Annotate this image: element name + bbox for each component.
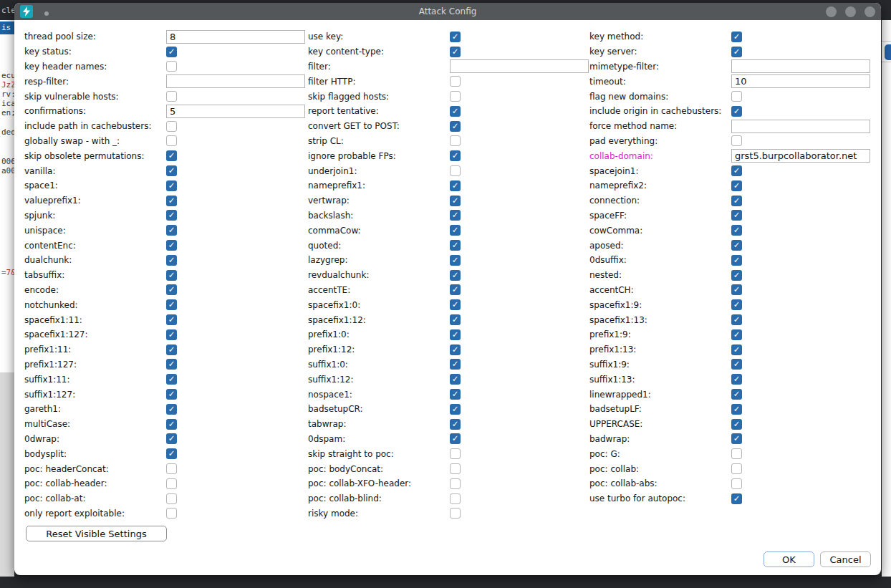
checkbox-0dwrap[interactable] (166, 433, 177, 444)
checkbox-uppercase[interactable] (731, 419, 742, 430)
checkbox-key-server[interactable] (731, 47, 742, 57)
checkbox-poc-collab-at[interactable] (166, 493, 177, 504)
checkbox-contentenc[interactable] (166, 240, 177, 251)
checkbox-vertwrap[interactable] (450, 196, 461, 206)
checkbox-ignore-probable-fps[interactable] (450, 150, 461, 161)
cancel-button[interactable]: Cancel (820, 551, 871, 567)
checkbox-prefix1-11[interactable] (166, 344, 177, 355)
checkbox-prefix1-9[interactable] (731, 329, 742, 340)
checkbox-spacefix1-13[interactable] (731, 314, 742, 325)
checkbox-key-status[interactable] (166, 47, 177, 57)
checkbox-filter-http[interactable] (450, 76, 461, 87)
checkbox-nested[interactable] (731, 270, 742, 281)
checkbox-lazygrep[interactable] (450, 255, 461, 266)
checkbox-spacefix1-127[interactable] (166, 329, 177, 340)
checkbox-spacefix1-11[interactable] (166, 314, 177, 325)
text-input-timeout[interactable] (731, 74, 870, 88)
checkbox-suffix1-12[interactable] (450, 374, 461, 385)
checkbox-key-method[interactable] (731, 32, 742, 42)
checkbox-globally-swap-with[interactable] (166, 135, 177, 146)
checkbox-dualchunk[interactable] (166, 255, 177, 266)
checkbox-only-report-exploitable[interactable] (166, 508, 177, 519)
checkbox-badwrap[interactable] (731, 433, 742, 444)
checkbox-spacefix1-9[interactable] (731, 299, 742, 310)
text-input-filter[interactable] (450, 59, 589, 73)
checkbox-linewrapped1[interactable] (731, 389, 742, 400)
maximize-button[interactable] (845, 6, 856, 17)
text-input-mimetype-filter[interactable] (731, 59, 870, 73)
checkbox-skip-straight-to-poc[interactable] (450, 448, 461, 459)
checkbox-pad-everything[interactable] (731, 135, 742, 146)
checkbox-poc-collab[interactable] (731, 463, 742, 474)
checkbox-revdualchunk[interactable] (450, 270, 461, 281)
checkbox-accentte[interactable] (450, 284, 461, 295)
checkbox-key-content-type[interactable] (450, 47, 461, 57)
checkbox-spacejoin1[interactable] (731, 165, 742, 176)
checkbox-include-origin-in-cachebusters[interactable] (731, 106, 742, 117)
checkbox-use-turbo-for-autopoc[interactable] (731, 493, 742, 504)
checkbox-suffix1-9[interactable] (731, 359, 742, 370)
checkbox-0dspam[interactable] (450, 433, 461, 444)
close-button[interactable] (864, 6, 875, 17)
text-input-confirmations[interactable] (166, 105, 305, 118)
checkbox-strip-cl[interactable] (450, 135, 461, 146)
checkbox-cowcomma[interactable] (731, 225, 742, 236)
checkbox-tabsuffix[interactable] (166, 270, 177, 281)
checkbox-tabwrap[interactable] (450, 419, 461, 430)
checkbox-quoted[interactable] (450, 240, 461, 251)
checkbox-accentch[interactable] (731, 284, 742, 295)
checkbox-space1[interactable] (166, 180, 177, 191)
checkbox-connection[interactable] (731, 196, 742, 206)
checkbox-nameprefix2[interactable] (731, 180, 742, 191)
checkbox-gareth1[interactable] (166, 404, 177, 415)
checkbox-skip-flagged-hosts[interactable] (450, 91, 461, 102)
checkbox-flag-new-domains[interactable] (731, 91, 742, 102)
checkbox-convert-get-to-post[interactable] (450, 121, 461, 132)
dialog-titlebar[interactable]: Attack Config (14, 3, 881, 20)
checkbox-backslash[interactable] (450, 210, 461, 221)
checkbox-skip-obsolete-permutations[interactable] (166, 150, 177, 161)
text-input-collab-domain[interactable] (731, 149, 870, 163)
reset-visible-settings-button[interactable]: Reset Visible Settings (26, 526, 167, 541)
checkbox-nameprefix1[interactable] (450, 180, 461, 191)
checkbox-risky-mode[interactable] (450, 508, 461, 519)
checkbox-use-key[interactable] (450, 32, 461, 42)
checkbox-key-header-names[interactable] (166, 61, 177, 72)
checkbox-badsetupcr[interactable] (450, 404, 461, 415)
checkbox-aposed[interactable] (731, 240, 742, 251)
checkbox-poc-headerconcat[interactable] (166, 463, 177, 474)
checkbox-nospace1[interactable] (450, 389, 461, 400)
checkbox-spacefix1-12[interactable] (450, 314, 461, 325)
checkbox-spacefix1-0[interactable] (450, 299, 461, 310)
checkbox-suffix1-11[interactable] (166, 374, 177, 385)
text-input-resp-filter[interactable] (166, 74, 305, 88)
checkbox-spaceff[interactable] (731, 210, 742, 221)
checkbox-include-path-in-cachebusters[interactable] (166, 121, 177, 132)
checkbox-encode[interactable] (166, 284, 177, 295)
checkbox-valueprefix1[interactable] (166, 196, 177, 206)
checkbox-notchunked[interactable] (166, 299, 177, 310)
text-input-force-method-name[interactable] (731, 120, 870, 133)
checkbox-spjunk[interactable] (166, 210, 177, 221)
checkbox-poc-collab-abs[interactable] (731, 478, 742, 489)
checkbox-bodysplit[interactable] (166, 448, 177, 459)
text-input-thread-pool-size[interactable] (166, 30, 305, 44)
checkbox-suffix1-13[interactable] (731, 374, 742, 385)
checkbox-suffix1-0[interactable] (450, 359, 461, 370)
checkbox-poc-g[interactable] (731, 448, 742, 459)
checkbox-poc-bodyconcat[interactable] (450, 463, 461, 474)
checkbox-poc-collab-blind[interactable] (450, 493, 461, 504)
checkbox-skip-vulnerable-hosts[interactable] (166, 91, 177, 102)
checkbox-underjoin1[interactable] (450, 165, 461, 176)
checkbox-prefix1-0[interactable] (450, 329, 461, 340)
checkbox-vanilla[interactable] (166, 165, 177, 176)
checkbox-poc-collab-header[interactable] (166, 478, 177, 489)
minimize-button[interactable] (826, 6, 837, 17)
checkbox-prefix1-12[interactable] (450, 344, 461, 355)
checkbox-unispace[interactable] (166, 225, 177, 236)
checkbox-multicase[interactable] (166, 419, 177, 430)
checkbox-prefix1-13[interactable] (731, 344, 742, 355)
checkbox-suffix1-127[interactable] (166, 389, 177, 400)
checkbox-0dsuffix[interactable] (731, 255, 742, 266)
ok-button[interactable]: OK (764, 551, 814, 567)
